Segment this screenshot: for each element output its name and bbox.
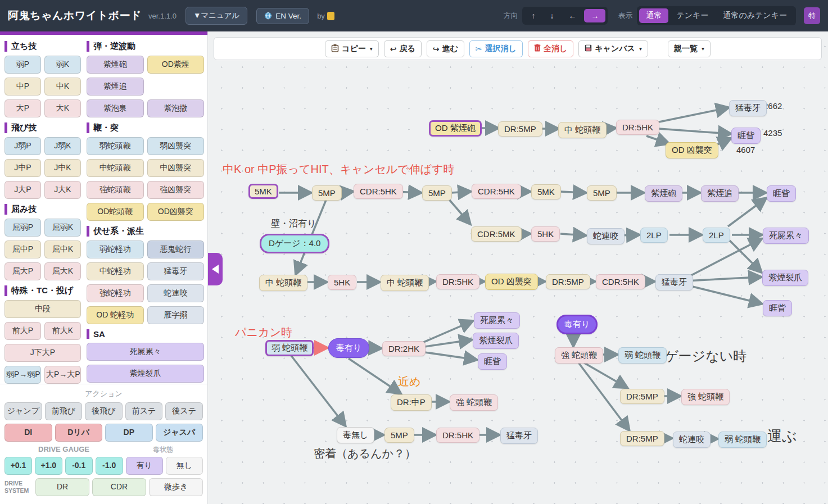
undo-button[interactable]: ↩戻る	[384, 40, 422, 57]
action-button[interactable]: 後飛び	[85, 402, 123, 420]
flow-node[interactable]: DR:2HK	[382, 341, 426, 356]
flow-node[interactable]: DR:5HK	[616, 120, 659, 135]
move-button[interactable]: 弱凶襲突	[147, 137, 205, 155]
flow-node[interactable]: 中 蛇頭鞭	[381, 275, 429, 291]
move-button[interactable]: 中蛇頭鞭	[87, 159, 144, 177]
move-button[interactable]: OD 蛇軽功	[87, 306, 144, 324]
flow-node[interactable]: 5MP	[312, 185, 342, 201]
clear-selection-button[interactable]: ✂選択消し	[469, 40, 523, 57]
flow-node[interactable]: 5HK	[531, 226, 560, 242]
flow-node[interactable]: DR:中P	[391, 394, 432, 411]
flow-node[interactable]: DR:5MP	[620, 431, 664, 446]
move-button[interactable]: 猛毒牙	[147, 262, 205, 280]
move-button[interactable]: 屈中P	[4, 240, 41, 258]
move-button[interactable]: 弱蛇頭鞭	[87, 137, 144, 155]
flow-node[interactable]: 蛇連咬	[673, 432, 711, 448]
action-button[interactable]: ジャンプ	[4, 402, 42, 420]
copy-button[interactable]: コピー▾	[325, 40, 379, 57]
flow-node[interactable]: 睚眥	[767, 185, 796, 202]
flow-node[interactable]: 死屍累々	[474, 312, 520, 329]
move-button[interactable]: 屈弱P	[4, 219, 41, 237]
flow-node[interactable]: 5MK	[248, 184, 278, 199]
flow-node[interactable]: DR:5HK	[436, 428, 479, 443]
move-button[interactable]: 紫泡泉	[87, 99, 144, 117]
move-button[interactable]: 蛇連咬	[147, 284, 205, 302]
flow-node[interactable]: 毒有り	[556, 315, 598, 334]
move-button[interactable]: J弱P	[4, 137, 41, 155]
move-button[interactable]: 強蛇軽功	[87, 284, 144, 302]
move-button[interactable]: 弱蛇軽功	[87, 240, 144, 258]
move-button[interactable]: 前大K	[44, 322, 81, 340]
clear-all-button[interactable]: 全消し	[528, 40, 573, 57]
move-button[interactable]: 中凶襲突	[147, 159, 205, 177]
move-button[interactable]: J下大P	[4, 344, 81, 362]
flow-node[interactable]: OD 紫煙砲	[429, 120, 482, 137]
move-button[interactable]: J弱K	[44, 137, 81, 155]
action-button[interactable]: 後ステ	[165, 402, 203, 420]
flow-node[interactable]: 2LP	[640, 228, 668, 243]
flow-node[interactable]: 猛毒牙	[729, 100, 767, 116]
direction-option-button[interactable]: ↓	[543, 9, 560, 22]
flow-node[interactable]: CDR:5HK	[472, 184, 521, 199]
move-button[interactable]: 中P	[4, 78, 41, 96]
flow-node[interactable]: 5MP	[587, 185, 617, 201]
display-option-button[interactable]: 通常のみテンキー	[716, 8, 794, 23]
move-button[interactable]: 中段	[4, 300, 81, 318]
move-button[interactable]: OD凶襲突	[147, 203, 205, 221]
flow-node[interactable]: 2LP	[703, 228, 730, 243]
move-button[interactable]: 屈中K	[44, 240, 81, 258]
flow-node[interactable]: 猛毒牙	[655, 274, 693, 290]
flow-node[interactable]: 5MK	[531, 184, 561, 199]
direction-option-button[interactable]: →	[584, 9, 605, 22]
move-button[interactable]: OD蛇頭鞭	[87, 203, 144, 221]
flow-node[interactable]: 紫煙砲	[645, 185, 682, 202]
gauge-button[interactable]: -1.0	[96, 457, 123, 475]
flow-node[interactable]: 睚眥	[763, 300, 792, 316]
flow-node[interactable]: CDR:5HK	[354, 184, 403, 199]
manual-button[interactable]: ▼マニュアル	[185, 7, 247, 25]
flow-node[interactable]: 弱 蛇頭鞭	[718, 432, 767, 448]
move-button[interactable]: J大K	[44, 181, 81, 199]
flow-node[interactable]: 紫煙裂爪	[762, 270, 808, 286]
move-button[interactable]: 屈弱K	[44, 219, 81, 237]
flow-node[interactable]: 猛毒牙	[500, 428, 538, 444]
flow-node[interactable]: DR:5MP	[620, 389, 664, 404]
display-option-button[interactable]: 通常	[639, 8, 668, 23]
move-button[interactable]: 前大P	[4, 322, 41, 340]
drive-action-button[interactable]: DP	[105, 424, 153, 442]
move-button[interactable]: 紫煙追	[87, 78, 144, 96]
flow-node[interactable]: 5MP	[384, 428, 414, 443]
move-button[interactable]: J大P	[4, 181, 41, 199]
move-button[interactable]: 屈大P	[4, 262, 41, 280]
move-button[interactable]: 悪鬼蛇行	[147, 240, 205, 258]
sidebar-collapse-button[interactable]	[208, 253, 223, 285]
action-button[interactable]: 前飛び	[45, 402, 83, 420]
move-button[interactable]: 強蛇頭鞭	[87, 181, 144, 199]
move-button[interactable]: 中K	[44, 78, 81, 96]
flow-node[interactable]: 紫煙裂爪	[473, 333, 519, 349]
flow-node[interactable]: DR:5MP	[546, 274, 590, 289]
system-button[interactable]: DR	[35, 478, 89, 496]
flow-node[interactable]: 弱 蛇頭鞭	[618, 347, 667, 364]
move-button[interactable]: 大P→大P	[44, 366, 81, 384]
move-button[interactable]: 紫泡撒	[147, 99, 205, 117]
author-avatar[interactable]	[327, 12, 334, 20]
flow-node[interactable]: 蛇連咬	[587, 228, 625, 244]
en-version-button[interactable]: EN Ver.	[256, 8, 309, 24]
flow-node[interactable]: 毒有り	[328, 338, 369, 358]
system-button[interactable]: 微歩き	[149, 478, 203, 496]
flow-node[interactable]: 強 蛇頭鞭	[450, 394, 498, 411]
move-button[interactable]: 弱P	[4, 56, 41, 74]
flow-node[interactable]: 中 蛇頭鞭	[259, 275, 307, 291]
drive-action-button[interactable]: DI	[4, 424, 52, 442]
flow-node[interactable]: DR:5HK	[436, 274, 479, 289]
move-button[interactable]: 中蛇軽功	[87, 262, 144, 280]
move-button[interactable]: J中P	[4, 159, 41, 177]
gauge-button[interactable]: 無し	[166, 457, 203, 475]
drive-action-button[interactable]: Dリバ	[55, 424, 103, 442]
move-button[interactable]: 強凶襲突	[147, 181, 205, 199]
gauge-button[interactable]: +0.1	[4, 457, 32, 475]
canvas-button[interactable]: キャンバス▾	[578, 40, 648, 57]
drive-action-button[interactable]: ジャスパ	[156, 424, 203, 442]
flow-node[interactable]: 睚眥	[731, 128, 761, 144]
